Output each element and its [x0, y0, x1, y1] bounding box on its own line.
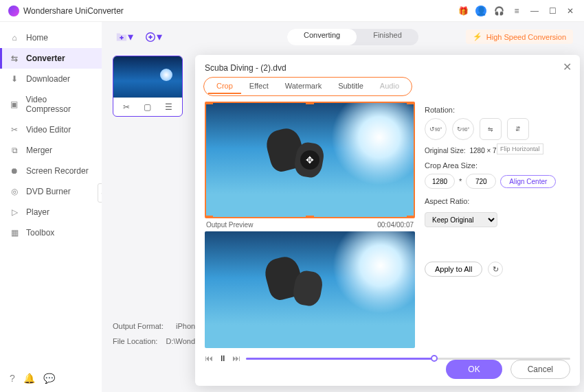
- recorder-icon: ⏺: [10, 166, 19, 176]
- crop-preview[interactable]: ✥: [205, 102, 415, 218]
- crop-handle[interactable]: [407, 216, 415, 218]
- rotate-cw-button[interactable]: ↻90°: [452, 118, 474, 140]
- crop-handle[interactable]: [306, 216, 314, 218]
- sidebar-item-merger[interactable]: ⧉Merger: [0, 140, 102, 161]
- aspect-ratio-label: Aspect Ratio:: [425, 197, 570, 205]
- flip-horizontal-button[interactable]: ⇋: [480, 118, 502, 140]
- bolt-icon: ⚡: [473, 32, 482, 41]
- output-preview: [205, 231, 415, 348]
- support-icon[interactable]: 🎧: [493, 5, 504, 16]
- crop-height-input[interactable]: [466, 174, 496, 189]
- sidebar-item-recorder[interactable]: ⏺Screen Recorder: [0, 161, 102, 181]
- output-format-label: Output Format:: [113, 322, 168, 330]
- user-account-icon[interactable]: 👤: [475, 5, 486, 16]
- move-handle-icon[interactable]: ✥: [300, 150, 319, 170]
- player-icon: ▷: [10, 207, 19, 217]
- crop-icon[interactable]: ▢: [144, 102, 151, 112]
- tab-crop[interactable]: Crop: [208, 79, 241, 94]
- toolbox-icon: ▦: [10, 228, 19, 238]
- sidebar-item-label: Video Compressor: [26, 95, 92, 114]
- trim-icon[interactable]: ✂: [123, 102, 130, 112]
- sidebar-item-label: Downloader: [26, 74, 70, 84]
- sidebar-item-label: Home: [26, 33, 48, 43]
- sidebar-item-player[interactable]: ▷Player: [0, 202, 102, 222]
- modal-close-icon[interactable]: ✕: [563, 60, 572, 73]
- compress-icon: ▣: [10, 100, 19, 109]
- sidebar: ⌂Home ⇆Converter ⬇Downloader ▣Video Comp…: [0, 22, 102, 392]
- tab-audio[interactable]: Audio: [372, 79, 407, 94]
- editor-icon: ✂: [10, 125, 19, 135]
- status-segment: Converting Finished: [287, 29, 418, 45]
- preview-column: ✥ Output Preview 00:04/00:07: [205, 102, 415, 348]
- bell-icon[interactable]: 🔔: [23, 373, 35, 384]
- ok-button[interactable]: OK: [446, 360, 502, 379]
- sidebar-item-label: DVD Burner: [26, 187, 71, 196]
- output-preview-label: Output Preview: [206, 221, 253, 229]
- crop-handle[interactable]: [407, 102, 415, 104]
- app-title: Wondershare UniConverter: [23, 6, 458, 16]
- file-card[interactable]: ✂ ▢ ☰: [113, 56, 183, 117]
- tab-watermark[interactable]: Watermark: [277, 79, 330, 94]
- modal-file-title: Scuba Diving - (2).dvd: [195, 55, 580, 77]
- flip-vertical-button[interactable]: ⇵Flip Horizontal: [507, 118, 529, 140]
- file-thumbnail: [113, 56, 182, 97]
- sidebar-item-label: Screen Recorder: [26, 166, 89, 176]
- original-size-label: Original Size:: [425, 147, 465, 154]
- sidebar-item-label: Converter: [26, 54, 65, 63]
- add-file-button[interactable]: ▾: [113, 27, 136, 46]
- file-location-label: File Location:: [113, 337, 157, 345]
- maximize-icon[interactable]: ☐: [547, 5, 558, 16]
- aspect-ratio-select[interactable]: Keep Original: [425, 212, 497, 227]
- sidebar-item-dvd[interactable]: ◎DVD Burner: [0, 181, 102, 202]
- file-location-row: File Location: D:\Wonders: [113, 337, 205, 345]
- sidebar-item-label: Toolbox: [26, 228, 54, 238]
- rotate-ccw-button[interactable]: ↺90°: [425, 118, 447, 140]
- sidebar-item-home[interactable]: ⌂Home: [0, 27, 102, 48]
- crop-handle[interactable]: [205, 102, 213, 104]
- crop-handle[interactable]: [205, 216, 213, 218]
- sidebar-item-compressor[interactable]: ▣Video Compressor: [0, 89, 102, 119]
- crop-width-input[interactable]: [425, 174, 455, 189]
- crop-settings-panel: Rotation: ↺90° ↻90° ⇋ ⇵Flip Horizontal O…: [425, 102, 570, 348]
- home-icon: ⌂: [10, 33, 19, 43]
- crop-effect-modal: ✕ Scuba Diving - (2).dvd Crop Effect Wat…: [195, 55, 580, 386]
- tab-subtitle[interactable]: Subtitle: [330, 79, 372, 94]
- reset-icon[interactable]: ↻: [488, 262, 503, 277]
- app-logo-icon: [8, 5, 19, 16]
- rotation-label: Rotation:: [425, 106, 570, 114]
- cancel-button[interactable]: Cancel: [510, 360, 570, 379]
- flip-tooltip: Flip Horizontal: [497, 143, 543, 154]
- tab-converting[interactable]: Converting: [287, 29, 357, 45]
- sidebar-item-converter[interactable]: ⇆Converter: [0, 48, 102, 69]
- sidebar-item-downloader[interactable]: ⬇Downloader: [0, 69, 102, 89]
- close-icon[interactable]: ✕: [565, 5, 576, 16]
- sidebar-item-editor[interactable]: ✂Video Editor: [0, 119, 102, 140]
- apply-all-button[interactable]: Apply to All: [425, 262, 482, 277]
- toolbar: ▾ ▾ Converting Finished ⚡High Speed Conv…: [113, 27, 573, 46]
- converter-icon: ⇆: [10, 54, 19, 63]
- more-icon[interactable]: ☰: [165, 102, 172, 112]
- timecode: 00:04/00:07: [377, 221, 414, 229]
- sidebar-item-toolbox[interactable]: ▦Toolbox: [0, 222, 102, 243]
- tab-effect[interactable]: Effect: [241, 79, 277, 94]
- align-center-button[interactable]: Align Center: [500, 175, 556, 188]
- prev-frame-button[interactable]: ⏮: [205, 354, 213, 363]
- size-separator: *: [459, 177, 462, 185]
- download-icon: ⬇: [10, 74, 19, 84]
- tab-finished[interactable]: Finished: [357, 29, 418, 45]
- gift-icon[interactable]: 🎁: [458, 5, 469, 16]
- pause-button[interactable]: ⏸: [218, 354, 227, 363]
- minimize-icon[interactable]: —: [529, 5, 540, 16]
- menu-icon[interactable]: ≡: [511, 5, 522, 16]
- slider-thumb[interactable]: [431, 355, 438, 362]
- editor-tabs: Crop Effect Watermark Subtitle Audio: [203, 77, 412, 96]
- titlebar: Wondershare UniConverter 🎁 👤 🎧 ≡ — ☐ ✕: [0, 0, 584, 22]
- high-speed-badge[interactable]: ⚡High Speed Conversion: [466, 30, 573, 44]
- crop-size-label: Crop Area Size:: [425, 161, 570, 170]
- crop-handle[interactable]: [306, 102, 314, 104]
- add-folder-button[interactable]: ▾: [142, 27, 165, 46]
- feedback-icon[interactable]: 💬: [43, 373, 55, 384]
- next-frame-button[interactable]: ⏭: [232, 354, 240, 363]
- help-icon[interactable]: ?: [10, 373, 15, 384]
- dvd-icon: ◎: [10, 187, 19, 196]
